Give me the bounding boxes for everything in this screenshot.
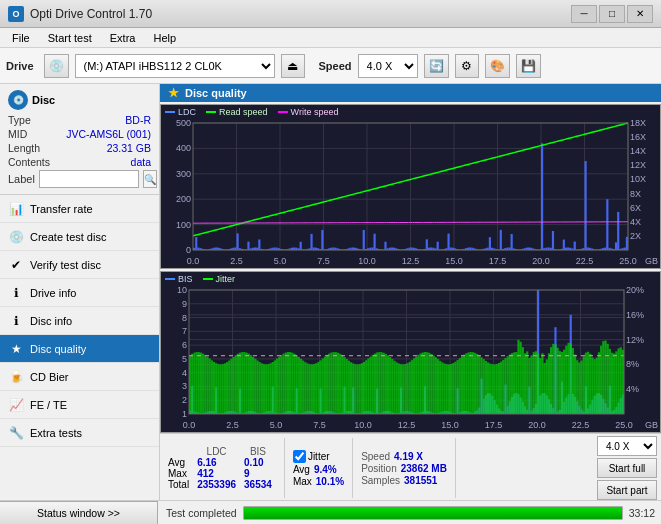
disc-label-btn[interactable]: 🔍 [143, 170, 157, 188]
total-label: Total [164, 479, 193, 490]
speed-select[interactable]: 4.0 X 8.0 X 12.0 X 16.0 X [358, 54, 418, 78]
verify-test-disc-icon: ✔ [8, 257, 24, 273]
status-window-button[interactable]: Status window >> [0, 501, 158, 525]
samples-row: Samples 381551 [361, 475, 447, 486]
drive-icon-btn[interactable]: 💿 [44, 54, 69, 78]
disc-panel-icon: 💿 [8, 90, 28, 110]
speed-label: Speed [319, 60, 352, 72]
disc-type-label: Type [8, 114, 31, 126]
position-row: Position 23862 MB [361, 463, 447, 474]
jitter-checkbox-label[interactable]: Jitter [293, 450, 344, 463]
main-content: 💿 Disc Type BD-R MID JVC-AMS6L (001) Len… [0, 84, 661, 500]
sidebar-item-cd-bier[interactable]: 🍺 CD Bier [0, 363, 159, 391]
legend-jitter: Jitter [203, 274, 236, 284]
stats-col-empty [164, 446, 193, 457]
start-part-button[interactable]: Start part [597, 480, 657, 500]
disc-header: 💿 Disc [8, 90, 151, 110]
sidebar-item-fe-te[interactable]: 📈 FE / TE [0, 391, 159, 419]
menu-extra[interactable]: Extra [102, 30, 144, 46]
speed-section: Speed 4.19 X Position 23862 MB Samples 3… [361, 451, 447, 486]
sidebar-item-drive-info[interactable]: ℹ Drive info [0, 279, 159, 307]
chart-title-bar: ★ Disc quality [160, 84, 661, 102]
jitter-checkbox[interactable] [293, 450, 306, 463]
status-bar: Status window >> Test completed 33:12 [0, 500, 661, 524]
vdivider-3 [455, 438, 456, 498]
stats-speed-select[interactable]: 4.0 X 8.0 X [597, 436, 657, 456]
jitter-avg-value: 9.4% [314, 464, 337, 475]
disc-panel-title: Disc [32, 94, 55, 106]
refresh-button[interactable]: 🔄 [424, 54, 449, 78]
jitter-avg-label: Avg [293, 464, 310, 475]
jitter-max-label: Max [293, 476, 312, 487]
max-bis: 9 [240, 468, 276, 479]
app-icon: O [8, 6, 24, 22]
top-chart: LDC Read speed Write speed [160, 104, 661, 269]
settings-button[interactable]: ⚙ [455, 54, 479, 78]
legend-jitter-label: Jitter [216, 274, 236, 284]
nav-items: 📊 Transfer rate 💿 Create test disc ✔ Ver… [0, 195, 159, 500]
write-speed-color [278, 111, 288, 113]
read-speed-color [206, 111, 216, 113]
drive-label: Drive [6, 60, 34, 72]
disc-length-value: 23.31 GB [107, 142, 151, 154]
start-full-button[interactable]: Start full [597, 458, 657, 478]
titlebar: O Opti Drive Control 1.70 ─ □ ✕ [0, 0, 661, 28]
jitter-max-row: Max 10.1% [293, 476, 344, 487]
create-test-disc-icon: 💿 [8, 229, 24, 245]
status-time: 33:12 [629, 507, 655, 519]
toolbar: Drive 💿 (M:) ATAPI iHBS112 2 CL0K ⏏ Spee… [0, 48, 661, 84]
bottom-chart: BIS Jitter [160, 271, 661, 433]
disc-length-label: Length [8, 142, 40, 154]
palette-button[interactable]: 🎨 [485, 54, 510, 78]
stats-row-total: Total 2353396 36534 [164, 479, 276, 490]
right-stats: 4.0 X 8.0 X Start full Start part [597, 436, 657, 500]
max-label: Max [164, 468, 193, 479]
avg-ldc: 6.16 [193, 457, 240, 468]
status-text: Test completed [166, 507, 237, 519]
window-controls: ─ □ ✕ [571, 5, 653, 23]
total-bis: 36534 [240, 479, 276, 490]
menubar: File Start test Extra Help [0, 28, 661, 48]
save-button[interactable]: 💾 [516, 54, 541, 78]
sidebar-item-transfer-rate[interactable]: 📊 Transfer rate [0, 195, 159, 223]
charts-wrapper: LDC Read speed Write speed [160, 104, 661, 433]
legend-bis: BIS [165, 274, 193, 284]
disc-label-row: Label 🔍 [8, 170, 151, 188]
progress-bar-fill [244, 507, 622, 519]
legend-read-speed: Read speed [206, 107, 268, 117]
sidebar: 💿 Disc Type BD-R MID JVC-AMS6L (001) Len… [0, 84, 160, 500]
maximize-button[interactable]: □ [599, 5, 625, 23]
menu-file[interactable]: File [4, 30, 38, 46]
minimize-button[interactable]: ─ [571, 5, 597, 23]
close-button[interactable]: ✕ [627, 5, 653, 23]
max-ldc: 412 [193, 468, 240, 479]
disc-type-row: Type BD-R [8, 114, 151, 126]
drive-select[interactable]: (M:) ATAPI iHBS112 2 CL0K [75, 54, 275, 78]
jitter-section: Jitter Avg 9.4% Max 10.1% [293, 450, 344, 487]
disc-mid-value: JVC-AMS6L (001) [66, 128, 151, 140]
app-title: Opti Drive Control 1.70 [30, 7, 152, 21]
top-chart-canvas [161, 105, 660, 266]
sidebar-item-disc-info[interactable]: ℹ Disc info [0, 307, 159, 335]
disc-panel: 💿 Disc Type BD-R MID JVC-AMS6L (001) Len… [0, 84, 159, 195]
disc-type-value: BD-R [125, 114, 151, 126]
fe-te-icon: 📈 [8, 397, 24, 413]
position-value: 23862 MB [401, 463, 447, 474]
speed-stat-label: Speed [361, 451, 390, 462]
jitter-avg-row: Avg 9.4% [293, 464, 344, 475]
legend-write-speed-label: Write speed [291, 107, 339, 117]
sidebar-item-create-test-disc[interactable]: 💿 Create test disc [0, 223, 159, 251]
sidebar-item-extra-tests[interactable]: 🔧 Extra tests [0, 419, 159, 447]
stats-row-max: Max 412 9 [164, 468, 276, 479]
stats-table: LDC BIS Avg 6.16 0.10 Max 412 9 [164, 446, 276, 490]
disc-label-key: Label [8, 173, 35, 185]
menu-help[interactable]: Help [145, 30, 184, 46]
eject-button[interactable]: ⏏ [281, 54, 305, 78]
disc-mid-label: MID [8, 128, 27, 140]
titlebar-left: O Opti Drive Control 1.70 [8, 6, 152, 22]
sidebar-item-disc-quality[interactable]: ★ Disc quality [0, 335, 159, 363]
chart-title: Disc quality [185, 87, 247, 99]
sidebar-item-verify-test-disc[interactable]: ✔ Verify test disc [0, 251, 159, 279]
disc-label-input[interactable] [39, 170, 139, 188]
menu-start-test[interactable]: Start test [40, 30, 100, 46]
